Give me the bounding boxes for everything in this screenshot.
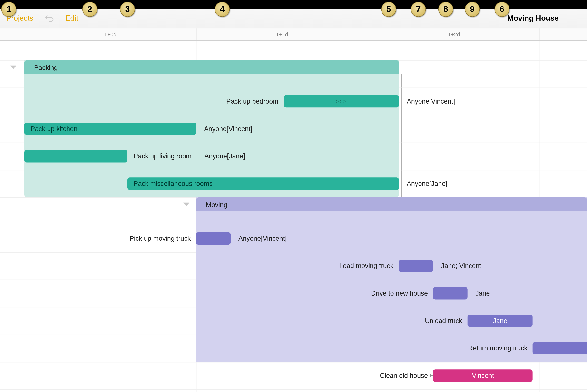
edit-button[interactable]: Edit <box>59 9 84 28</box>
task-label: Unload truck <box>0 314 462 327</box>
task-label: Drive to new house <box>0 287 428 300</box>
group-packing[interactable]: Packing <box>24 60 399 74</box>
task-assignee: Anyone[Vincent] <box>407 95 455 108</box>
task-assignee: Vincent <box>433 369 533 382</box>
timeline-tick: T+1d <box>269 28 295 41</box>
disclosure-icon[interactable] <box>9 63 18 72</box>
chevron-icon: >>> <box>336 95 347 108</box>
task-assignee: Anyone[Jane] <box>407 177 447 190</box>
task-bar[interactable] <box>24 150 128 162</box>
task-label: Load moving truck <box>0 260 393 272</box>
task-label: Pick up moving truck <box>0 232 191 244</box>
task-assignee: Anyone[Vincent] <box>238 232 287 244</box>
task-assignee: Anyone[Vincent] <box>204 122 252 135</box>
task-bar[interactable] <box>433 287 467 300</box>
group-moving[interactable]: Moving <box>196 197 587 212</box>
undo-button[interactable] <box>40 9 59 28</box>
task-assignee: Jane <box>475 287 490 300</box>
task-label: Return moving truck <box>0 342 527 354</box>
task-label: Pack up living room Anyone[Jane] <box>134 150 245 162</box>
gantt-chart[interactable]: PackingMovingPack up bedroomAnyone[Vince… <box>0 41 587 392</box>
task-label: Clean old house <box>0 369 428 382</box>
task-bar[interactable] <box>196 232 230 244</box>
task-assignee: Jane <box>467 314 533 327</box>
task-label: Pack miscellaneous rooms <box>134 177 396 190</box>
timeline-tick: T+2d <box>440 28 467 41</box>
disclosure-icon[interactable] <box>182 200 191 209</box>
status-bar <box>0 0 587 9</box>
timeline-header: T+0dT+1dT+2d <box>0 28 587 41</box>
project-title: Moving House <box>507 14 559 23</box>
task-label: Pack up bedroom <box>0 95 278 108</box>
task-label: Pack up kitchen <box>31 122 193 135</box>
task-assignee: Jane; Vincent <box>441 260 481 272</box>
task-bar[interactable] <box>533 342 587 354</box>
task-bar[interactable] <box>399 260 433 272</box>
projects-button[interactable]: Projects <box>0 9 40 28</box>
timeline-tick: T+0d <box>97 28 124 41</box>
toolbar: Projects Edit Moving House <box>0 9 587 28</box>
